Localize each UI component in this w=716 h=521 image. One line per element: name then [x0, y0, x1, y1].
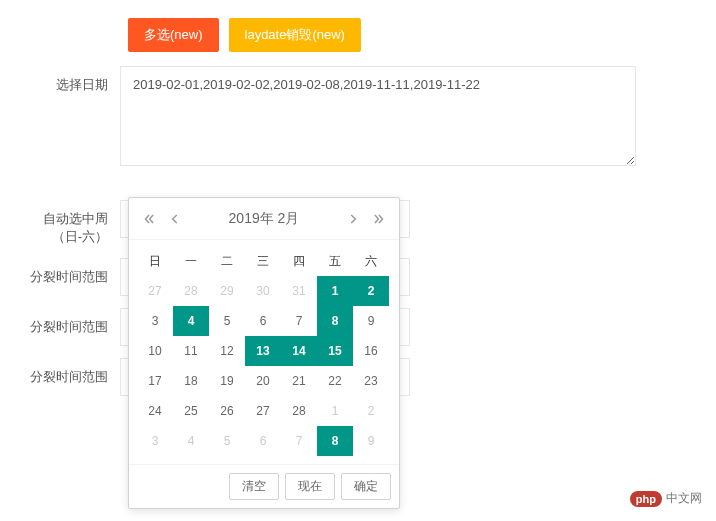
calendar-day-cell[interactable]: 20 [245, 366, 281, 396]
split-range-label-3: 分裂时间范围 [0, 358, 120, 386]
calendar-day-cell[interactable]: 1 [317, 276, 353, 306]
calendar-week-row: 3456789 [137, 426, 391, 456]
weekday-cell: 六 [353, 246, 389, 276]
calendar-day-cell[interactable]: 7 [281, 426, 317, 456]
logo-text: 中文网 [666, 490, 702, 507]
calendar-day-cell[interactable]: 27 [137, 276, 173, 306]
calendar-week-row: 272829303112 [137, 276, 391, 306]
calendar-day-cell[interactable]: 28 [173, 276, 209, 306]
site-logo: php 中文网 [630, 490, 702, 507]
calendar-week-row: 242526272812 [137, 396, 391, 426]
weekday-cell: 四 [281, 246, 317, 276]
logo-badge: php [630, 491, 662, 507]
weekday-cell: 五 [317, 246, 353, 276]
calendar-day-cell[interactable]: 6 [245, 306, 281, 336]
calendar-day-cell[interactable]: 1 [317, 396, 353, 426]
next-month-icon[interactable] [341, 207, 365, 231]
calendar-day-cell[interactable]: 13 [245, 336, 281, 366]
calendar-day-cell[interactable]: 8 [317, 426, 353, 456]
calendar-day-cell[interactable]: 30 [245, 276, 281, 306]
calendar-ok-button[interactable]: 确定 [341, 473, 391, 500]
calendar-day-cell[interactable]: 4 [173, 306, 209, 336]
weekday-cell: 二 [209, 246, 245, 276]
calendar-day-cell[interactable]: 6 [245, 426, 281, 456]
laydate-destroy-button[interactable]: laydate销毁(new) [229, 18, 361, 52]
prev-month-icon[interactable] [163, 207, 187, 231]
calendar-weekday-row: 日一二三四五六 [137, 246, 391, 276]
calendar-day-cell[interactable]: 2 [353, 396, 389, 426]
calendar-day-cell[interactable]: 10 [137, 336, 173, 366]
calendar-footer: 清空 现在 确定 [129, 464, 399, 508]
choose-date-row: 选择日期 [0, 66, 716, 166]
calendar-week-row: 3456789 [137, 306, 391, 336]
calendar-day-cell[interactable]: 12 [209, 336, 245, 366]
calendar-day-cell[interactable]: 29 [209, 276, 245, 306]
calendar-day-cell[interactable]: 23 [353, 366, 389, 396]
calendar-day-cell[interactable]: 3 [137, 306, 173, 336]
split-range-label-2: 分裂时间范围 [0, 308, 120, 336]
calendar-day-cell[interactable]: 4 [173, 426, 209, 456]
prev-year-icon[interactable] [137, 207, 161, 231]
top-button-row: 多选(new) laydate销毁(new) [128, 0, 716, 66]
calendar-week-row: 17181920212223 [137, 366, 391, 396]
calendar-day-cell[interactable]: 15 [317, 336, 353, 366]
calendar-body: 2728293031123456789101112131415161718192… [137, 276, 391, 456]
date-picker-panel: 2019年 2月 日一二三四五六 27282930311234567891011… [128, 197, 400, 509]
calendar-day-cell[interactable]: 5 [209, 306, 245, 336]
calendar-day-cell[interactable]: 31 [281, 276, 317, 306]
calendar-title[interactable]: 2019年 2月 [229, 210, 300, 228]
auto-week-label: 自动选中周 （日-六） [0, 200, 120, 246]
calendar-day-cell[interactable]: 2 [353, 276, 389, 306]
calendar-day-cell[interactable]: 7 [281, 306, 317, 336]
calendar-day-cell[interactable]: 27 [245, 396, 281, 426]
choose-date-label: 选择日期 [0, 66, 120, 94]
calendar-day-cell[interactable]: 25 [173, 396, 209, 426]
calendar-day-cell[interactable]: 9 [353, 426, 389, 456]
calendar-day-cell[interactable]: 3 [137, 426, 173, 456]
calendar-day-cell[interactable]: 28 [281, 396, 317, 426]
choose-date-textarea[interactable] [120, 66, 636, 166]
calendar-header: 2019年 2月 [129, 198, 399, 240]
calendar-clear-button[interactable]: 清空 [229, 473, 279, 500]
calendar-day-cell[interactable]: 9 [353, 306, 389, 336]
calendar-day-cell[interactable]: 26 [209, 396, 245, 426]
split-range-label-1: 分裂时间范围 [0, 258, 120, 286]
calendar-day-cell[interactable]: 22 [317, 366, 353, 396]
calendar-day-cell[interactable]: 24 [137, 396, 173, 426]
calendar-week-row: 10111213141516 [137, 336, 391, 366]
calendar-day-cell[interactable]: 21 [281, 366, 317, 396]
weekday-cell: 一 [173, 246, 209, 276]
next-year-icon[interactable] [367, 207, 391, 231]
calendar-day-cell[interactable]: 14 [281, 336, 317, 366]
calendar-day-cell[interactable]: 11 [173, 336, 209, 366]
calendar-day-cell[interactable]: 18 [173, 366, 209, 396]
calendar-grid: 日一二三四五六 27282930311234567891011121314151… [129, 240, 399, 464]
multi-select-button[interactable]: 多选(new) [128, 18, 219, 52]
calendar-day-cell[interactable]: 19 [209, 366, 245, 396]
calendar-day-cell[interactable]: 5 [209, 426, 245, 456]
calendar-day-cell[interactable]: 17 [137, 366, 173, 396]
calendar-day-cell[interactable]: 16 [353, 336, 389, 366]
calendar-day-cell[interactable]: 8 [317, 306, 353, 336]
calendar-now-button[interactable]: 现在 [285, 473, 335, 500]
weekday-cell: 三 [245, 246, 281, 276]
weekday-cell: 日 [137, 246, 173, 276]
